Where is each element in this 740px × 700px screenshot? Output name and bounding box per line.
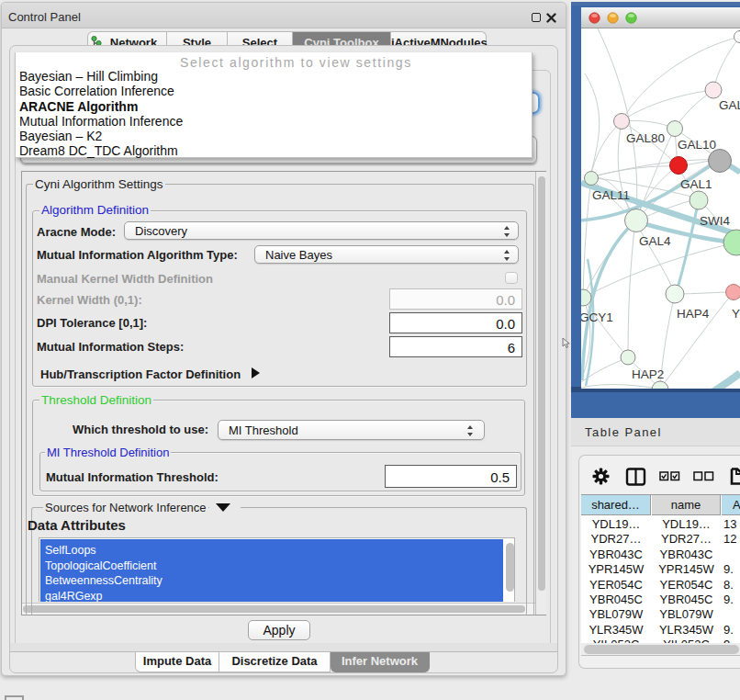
svg-text:Y: Y bbox=[732, 307, 740, 321]
svg-text:GAL10: GAL10 bbox=[678, 138, 716, 152]
svg-text:HAP4: HAP4 bbox=[677, 307, 710, 321]
svg-text:GAL7: GAL7 bbox=[719, 98, 740, 112]
svg-text:GCY1: GCY1 bbox=[581, 310, 613, 324]
svg-text:GAL4: GAL4 bbox=[639, 234, 671, 248]
svg-text:GAL80: GAL80 bbox=[626, 131, 665, 145]
svg-text:GAL11: GAL11 bbox=[592, 188, 630, 202]
svg-text:SWI4: SWI4 bbox=[700, 214, 730, 228]
svg-text:HAP2: HAP2 bbox=[632, 367, 664, 381]
svg-text:GAL1: GAL1 bbox=[680, 177, 712, 191]
